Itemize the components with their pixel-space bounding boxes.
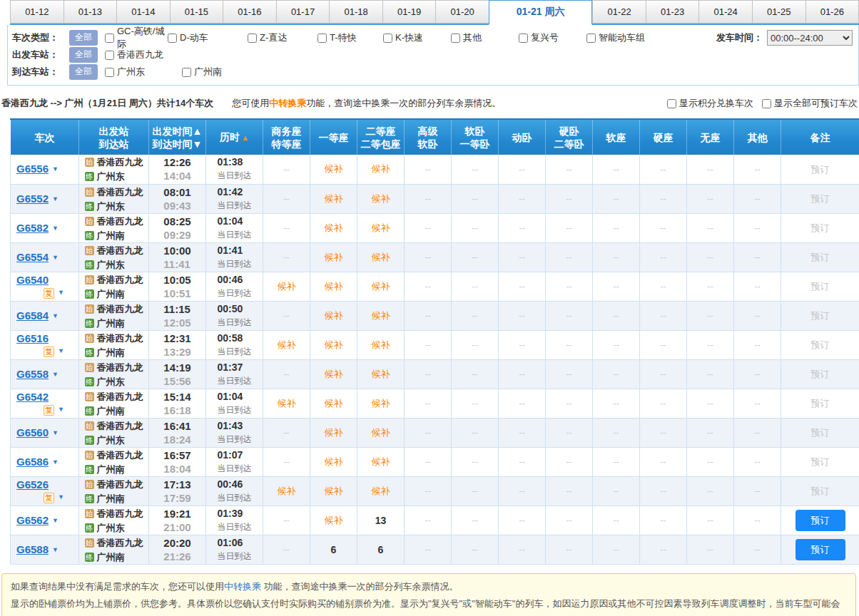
checkbox-input[interactable] — [519, 34, 528, 43]
filter-checkbox-t[interactable]: T-特快 — [317, 31, 383, 44]
train-code-link[interactable]: G6558 — [16, 368, 49, 380]
expand-caret-icon[interactable]: ▼ — [52, 517, 59, 524]
train-code-link[interactable]: G6582 — [16, 222, 49, 234]
train-type-all-button[interactable]: 全部 — [69, 30, 98, 46]
checkbox-input[interactable] — [182, 68, 191, 77]
train-code-link[interactable]: G6586 — [16, 456, 49, 468]
expand-caret-icon[interactable]: ▼ — [58, 493, 64, 500]
train-code-link[interactable]: G6588 — [16, 543, 49, 555]
filter-checkbox-k[interactable]: K-快速 — [383, 31, 451, 44]
checkbox-input[interactable] — [762, 99, 771, 108]
seat-business: -- — [263, 535, 310, 564]
filter-checkbox-gc[interactable]: GC-高铁/城际 — [105, 25, 168, 51]
arrive-station-all-button[interactable]: 全部 — [69, 64, 98, 80]
filter-checkbox-fuxing[interactable]: 复兴号 — [519, 31, 586, 44]
train-code-link[interactable]: G6554 — [16, 251, 49, 263]
expand-caret-icon[interactable]: ▼ — [52, 225, 59, 232]
date-tab[interactable]: 01-24 — [698, 0, 752, 24]
train-code-link[interactable]: G6516 — [16, 332, 49, 344]
book-button[interactable]: 预订 — [796, 539, 845, 560]
checkbox-input[interactable] — [168, 34, 177, 43]
transfer-link[interactable]: 中转换乘 — [224, 581, 261, 592]
seat-standing: -- — [687, 242, 734, 272]
checkbox-input[interactable] — [317, 34, 327, 43]
seat-other: -- — [734, 418, 781, 447]
seat-standing: -- — [687, 184, 734, 213]
date-tab[interactable]: 01-22 — [592, 0, 646, 24]
filter-checkbox-hk-west-kowloon[interactable]: 香港西九龙 — [105, 48, 198, 61]
arrive-station: 广州南 — [97, 464, 125, 475]
expand-caret-icon[interactable]: ▼ — [52, 458, 59, 466]
date-tab[interactable]: 01-14 — [116, 0, 170, 24]
date-tab[interactable]: 01-17 — [276, 0, 330, 24]
date-tab[interactable]: 01-20 — [435, 0, 489, 24]
seat-soft-seat: -- — [593, 447, 640, 476]
filter-checkbox-smart-emu[interactable]: 智能动车组 — [586, 31, 645, 44]
expand-caret-icon[interactable]: ▼ — [52, 546, 59, 553]
expand-caret-icon[interactable]: ▼ — [52, 254, 59, 261]
filter-checkbox-other[interactable]: 其他 — [451, 31, 519, 44]
train-code-link[interactable]: G6584 — [16, 309, 49, 322]
date-tab[interactable]: 01-13 — [63, 0, 117, 24]
filter-checkbox-guangzhou-south[interactable]: 广州南 — [182, 66, 222, 78]
train-code-link[interactable]: G6542 — [16, 391, 49, 403]
depart-station-all-button[interactable]: 全部 — [69, 47, 98, 63]
seat-hard-seat: -- — [640, 242, 687, 272]
checkbox-input[interactable] — [383, 34, 392, 43]
expand-caret-icon[interactable]: ▼ — [52, 195, 59, 202]
filter-checkbox-d[interactable]: D-动车 — [168, 31, 248, 44]
all-bookable-checkbox[interactable]: 显示全部可预订车次 — [762, 97, 858, 110]
checkbox-input[interactable] — [248, 34, 257, 43]
filter-checkbox-z[interactable]: Z-直达 — [248, 31, 317, 44]
date-tab[interactable]: 01-26 — [805, 0, 859, 24]
column-header[interactable]: 出发时间▲ 到达时间▼ — [149, 119, 206, 155]
checkbox-input[interactable] — [105, 51, 114, 60]
filter-checkbox-guangzhou-east[interactable]: 广州东 — [105, 66, 182, 78]
end-station-badge: 终 — [85, 377, 94, 386]
seat-standing: -- — [687, 505, 734, 535]
checkbox-input[interactable] — [451, 34, 460, 43]
note1-suffix: 功能，查询途中换乘一次的部分列车余票情况。 — [261, 581, 459, 592]
expand-caret-icon[interactable]: ▼ — [52, 312, 59, 319]
date-tab[interactable]: 01-25 — [752, 0, 805, 24]
checkbox-input[interactable] — [105, 34, 114, 43]
date-tab[interactable]: 01-15 — [170, 0, 223, 24]
train-code-link[interactable]: G6540 — [16, 274, 49, 286]
book-button: 预订 — [811, 252, 830, 262]
date-tab[interactable]: 01-12 — [10, 0, 63, 24]
date-tab[interactable]: 01-19 — [382, 0, 436, 24]
seat-premium-soft-sleeper: -- — [405, 184, 452, 213]
date-tab[interactable]: 01-21 周六 — [489, 0, 592, 25]
expand-caret-icon[interactable]: ▼ — [52, 165, 59, 173]
arrive-time: 11:41 — [163, 257, 190, 271]
expand-caret-icon[interactable]: ▼ — [58, 347, 64, 354]
train-code-link[interactable]: G6562 — [16, 514, 49, 526]
checkbox-input[interactable] — [667, 99, 676, 108]
expand-caret-icon[interactable]: ▼ — [52, 429, 59, 436]
date-tab[interactable]: 01-23 — [646, 0, 699, 24]
points-exchange-checkbox[interactable]: 显示积分兑换车次 — [667, 97, 753, 110]
train-code-link[interactable]: G6552 — [16, 192, 49, 205]
date-tab[interactable]: 01-18 — [329, 0, 382, 24]
remark-cell: 预订 — [781, 535, 859, 564]
book-button[interactable]: 预订 — [796, 510, 845, 531]
stations-cell: 始香港西九龙 终广州南 — [79, 389, 149, 418]
transfer-link[interactable]: 中转换乘 — [269, 98, 306, 108]
train-type-options: GC-高铁/城际 D-动车 Z-直达 T-特快 K-快速 其他 复兴号 智能动车… — [105, 25, 853, 51]
checkbox-input[interactable] — [586, 34, 596, 43]
end-station-badge: 终 — [85, 494, 94, 503]
expand-caret-icon[interactable]: ▼ — [52, 371, 59, 378]
seat-hard-seat: -- — [640, 301, 687, 330]
expand-caret-icon[interactable]: ▼ — [58, 289, 64, 296]
expand-caret-icon[interactable]: ▼ — [58, 406, 64, 413]
seat-business: -- — [263, 447, 310, 476]
train-code-link[interactable]: G6560 — [16, 426, 49, 438]
checkbox-input[interactable] — [105, 68, 114, 77]
train-code-link[interactable]: G6526 — [16, 478, 49, 491]
date-tab[interactable]: 01-16 — [223, 0, 276, 24]
depart-time-select[interactable]: 00:00--24:00 — [767, 30, 853, 46]
book-button: 预订 — [811, 193, 830, 204]
column-header[interactable]: 历时▲ — [206, 119, 263, 155]
train-code-link[interactable]: G6556 — [16, 163, 49, 175]
seat-emu-sleeper: -- — [499, 505, 546, 535]
